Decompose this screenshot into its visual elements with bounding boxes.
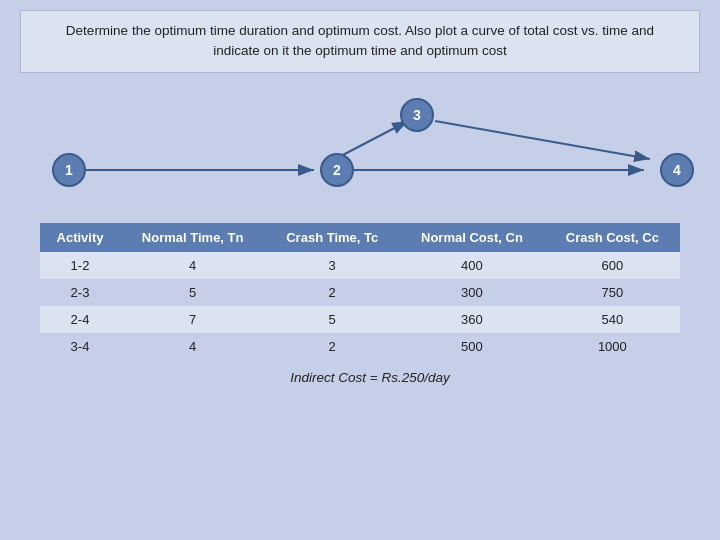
cell-cn: 400 xyxy=(399,252,545,279)
col-activity: Activity xyxy=(40,223,120,252)
table-row: 1-243400600 xyxy=(40,252,680,279)
table-wrapper: Activity Normal Time, Tn Crash Time, Tc … xyxy=(20,223,700,360)
table-row: 2-475360540 xyxy=(40,306,680,333)
cell-tn: 7 xyxy=(120,306,265,333)
node-1: 1 xyxy=(52,153,86,187)
col-cn: Normal Cost, Cn xyxy=(399,223,545,252)
cell-tc: 3 xyxy=(265,252,399,279)
col-cc: Crash Cost, Cc xyxy=(545,223,680,252)
cell-tn: 5 xyxy=(120,279,265,306)
cell-tn: 4 xyxy=(120,333,265,360)
col-tn: Normal Time, Tn xyxy=(120,223,265,252)
header-box: Determine the optimum time duration and … xyxy=(20,10,700,73)
cell-cc: 600 xyxy=(545,252,680,279)
table-header-row: Activity Normal Time, Tn Crash Time, Tc … xyxy=(40,223,680,252)
node-2: 2 xyxy=(320,153,354,187)
cell-activity: 2-3 xyxy=(40,279,120,306)
network-diagram: 1 2 3 4 xyxy=(20,83,700,213)
indirect-cost-label: Indirect Cost = Rs.250/day xyxy=(290,370,449,385)
table-row: 2-352300750 xyxy=(40,279,680,306)
cell-tc: 2 xyxy=(265,333,399,360)
cell-cn: 360 xyxy=(399,306,545,333)
cell-cc: 1000 xyxy=(545,333,680,360)
cell-cn: 300 xyxy=(399,279,545,306)
cell-tc: 5 xyxy=(265,306,399,333)
node-3: 3 xyxy=(400,98,434,132)
cell-activity: 1-2 xyxy=(40,252,120,279)
cell-cc: 750 xyxy=(545,279,680,306)
page: Determine the optimum time duration and … xyxy=(0,0,720,540)
indirect-cost: Indirect Cost = Rs.250/day xyxy=(270,370,449,385)
data-table: Activity Normal Time, Tn Crash Time, Tc … xyxy=(40,223,680,360)
cell-activity: 3-4 xyxy=(40,333,120,360)
header-text: Determine the optimum time duration and … xyxy=(66,23,654,58)
network-svg xyxy=(20,83,700,213)
cell-tn: 4 xyxy=(120,252,265,279)
cell-tc: 2 xyxy=(265,279,399,306)
svg-line-3 xyxy=(435,121,650,159)
cell-cc: 540 xyxy=(545,306,680,333)
cell-cn: 500 xyxy=(399,333,545,360)
cell-activity: 2-4 xyxy=(40,306,120,333)
node-4: 4 xyxy=(660,153,694,187)
col-tc: Crash Time, Tc xyxy=(265,223,399,252)
svg-line-2 xyxy=(337,121,408,158)
table-row: 3-4425001000 xyxy=(40,333,680,360)
